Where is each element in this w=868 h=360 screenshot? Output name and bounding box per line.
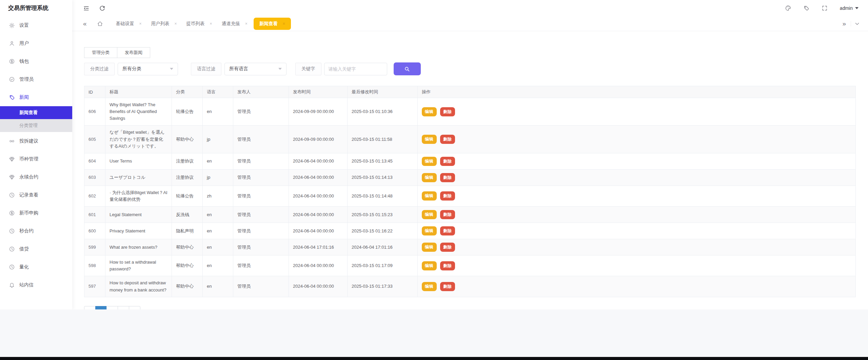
keyword-input[interactable] [324, 63, 387, 75]
delete-button[interactable]: 删除 [440, 261, 455, 270]
cell-title: · 为什么选择Bitget Wallet？AI量化储蓄的优势 [105, 186, 172, 206]
sidebar-item-record-view[interactable]: 记录查看 [0, 186, 72, 204]
category-select[interactable]: 所有分类 [118, 63, 178, 75]
cell-modified-time: 2025-03-15 01:13:45 [348, 153, 418, 169]
edit-button[interactable]: 编辑 [422, 210, 437, 219]
manage-category-button[interactable]: 管理分类 [84, 47, 117, 58]
clock-icon [9, 264, 15, 270]
cell-modified-time: 2025-03-15 01:17:33 [348, 276, 418, 297]
column-header: ID [84, 86, 105, 98]
cell-title: User Terms [105, 153, 172, 169]
delete-button[interactable]: 删除 [440, 173, 455, 182]
publish-news-button[interactable]: 发布新闻 [117, 47, 150, 58]
sidebar-item-label: 设置 [19, 22, 29, 29]
tab-close-icon[interactable]: × [283, 21, 285, 26]
edit-button[interactable]: 编辑 [422, 226, 437, 235]
home-icon[interactable] [97, 21, 103, 27]
table-row: 606Why Bitget Wallet? The Benefits of AI… [84, 98, 856, 126]
delete-button[interactable]: 删除 [440, 135, 455, 144]
sidebar-item-perpetual-contract[interactable]: 永续合约 [0, 168, 72, 186]
tab-close-icon[interactable]: × [210, 21, 212, 26]
edit-button[interactable]: 编辑 [422, 191, 437, 201]
sidebar-item-feedback[interactable]: 投拆建议 [0, 132, 72, 150]
column-header: 发布时间 [289, 86, 348, 98]
cell-publish-time: 2024-09-09 00:00:00 [289, 126, 348, 153]
username: admin [840, 5, 853, 11]
search-button[interactable] [394, 62, 421, 75]
tab-withdraw-list[interactable]: 提币列表× [183, 18, 216, 30]
sidebar-submenu: 新闻查看分类管理 [0, 106, 72, 132]
menu-fold-button[interactable] [83, 5, 90, 12]
tab-label: 基础设置 [116, 21, 134, 27]
sidebar-subitem-news-view[interactable]: 新闻查看 [0, 106, 72, 119]
column-header: 发布人 [233, 86, 289, 98]
fullscreen-icon[interactable] [822, 5, 828, 11]
delete-button[interactable]: 删除 [440, 282, 455, 291]
tab-basic-settings[interactable]: 基础设置× [113, 18, 145, 30]
tabs-scroll-left-icon[interactable]: « [83, 20, 87, 27]
language-select[interactable]: 所有语言 [224, 63, 287, 75]
edit-button[interactable]: 编辑 [422, 261, 437, 270]
delete-button[interactable]: 删除 [440, 191, 455, 201]
row-actions: 编辑删除 [422, 282, 851, 291]
delete-button[interactable]: 删除 [440, 226, 455, 235]
tabs-menu-chevron-icon[interactable] [854, 21, 860, 26]
cell-id: 605 [84, 126, 105, 153]
cell-id: 602 [84, 186, 105, 206]
edit-button[interactable]: 编辑 [422, 243, 437, 252]
cell-category: 帮助中心 [172, 126, 203, 153]
delete-button[interactable]: 删除 [440, 107, 455, 116]
infinity-icon [9, 138, 15, 144]
delete-button[interactable]: 删除 [440, 210, 455, 219]
sidebar-item-site-message[interactable]: 站内信 [0, 276, 72, 294]
tab-close-icon[interactable]: × [139, 21, 142, 26]
sidebar-item-coin-manage[interactable]: 币种管理 [0, 150, 72, 168]
tabs-scroll-right-icon[interactable]: » [837, 20, 851, 27]
refresh-button[interactable] [99, 5, 105, 12]
edit-button[interactable]: 编辑 [422, 107, 437, 116]
theme-palette-icon[interactable] [785, 5, 791, 11]
tab-news-view[interactable]: 新闻查看× [254, 18, 291, 30]
edit-button[interactable]: 编辑 [422, 135, 437, 144]
sidebar-item-news[interactable]: 新闻 [0, 88, 72, 106]
tab-close-icon[interactable]: × [175, 21, 177, 26]
app-title: 交易所管理系统 [0, 0, 72, 16]
edit-button[interactable]: 编辑 [422, 282, 437, 291]
tag-icon[interactable] [803, 5, 809, 11]
sidebar-subitem-category-manage[interactable]: 分类管理 [0, 119, 72, 132]
delete-button[interactable]: 删除 [440, 243, 455, 252]
sidebar-item-lending[interactable]: 借贷 [0, 240, 72, 258]
sidebar-item-users[interactable]: 用户 [0, 34, 72, 52]
cell-modified-time: 2025-03-15 01:14:48 [348, 186, 418, 206]
sidebar-item-second-contract[interactable]: 秒合约 [0, 222, 72, 240]
sidebar-item-settings[interactable]: 设置 [0, 16, 72, 34]
cell-language: en [203, 239, 233, 255]
table-row: 600Privacy Statement隐私声明en管理员2024-06-04 … [84, 223, 856, 239]
cell-publish-time: 2024-09-09 00:00:00 [289, 98, 348, 126]
clock-icon [9, 228, 15, 234]
edit-button[interactable]: 编辑 [422, 157, 437, 166]
tab-user-list[interactable]: 用户列表× [148, 18, 180, 30]
select-caret-icon [170, 68, 173, 70]
cell-modified-time: 2025-03-15 01:17:09 [348, 255, 418, 276]
sidebar-item-new-coin-subscribe[interactable]: 新币申购 [0, 204, 72, 222]
cell-id: 598 [84, 255, 105, 276]
tab-close-icon[interactable]: × [245, 21, 248, 26]
sidebar-item-quant[interactable]: 量化 [0, 258, 72, 276]
cell-category: 注册协议 [172, 153, 203, 169]
caret-down-icon [855, 7, 859, 9]
delete-button[interactable]: 删除 [440, 157, 455, 166]
sidebar-item-label: 秒合约 [19, 228, 34, 234]
cell-publisher: 管理员 [233, 255, 289, 276]
tab-label: 新闻查看 [259, 21, 278, 27]
cell-title: なぜ「Bitget wallet」を選んだのですか？貯蓄を定量化するAIのメリッ… [105, 126, 172, 153]
sidebar-item-admins[interactable]: 管理员 [0, 70, 72, 88]
edit-button[interactable]: 编辑 [422, 173, 437, 182]
news-table: ID标题分类语言发布人发布时间最后修改时间操作 606Why Bitget Wa… [84, 86, 856, 297]
tab-channel-deposit[interactable]: 通道充值× [218, 18, 251, 30]
cell-modified-time: 2024-06-04 17:01:16 [348, 239, 418, 255]
row-actions: 编辑删除 [422, 191, 851, 201]
user-dropdown[interactable]: admin [840, 5, 859, 11]
sidebar-item-wallet[interactable]: 钱包 [0, 52, 72, 70]
cell-modified-time: 2025-03-15 01:11:58 [348, 126, 418, 153]
